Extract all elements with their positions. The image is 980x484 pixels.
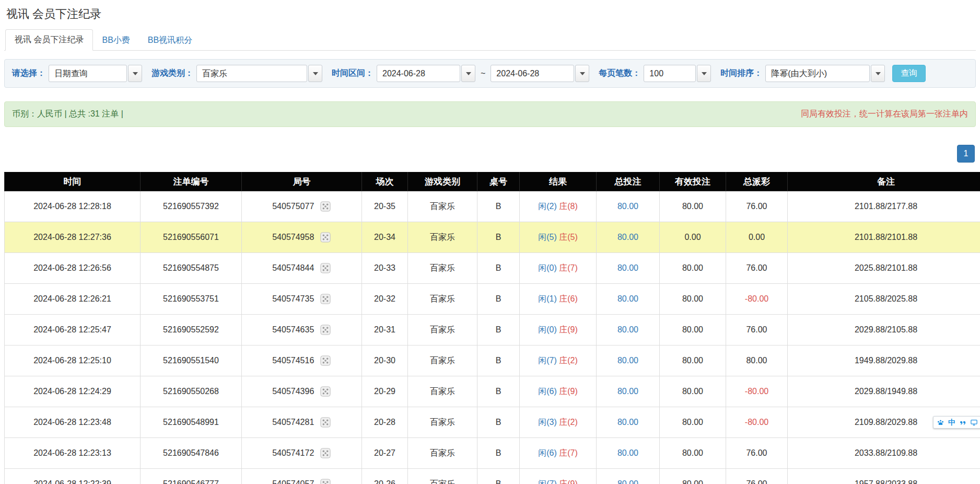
cell-session: 20-34 xyxy=(362,222,408,253)
query-type-value[interactable]: 日期查询 xyxy=(49,65,127,82)
cell-result: 闲(3) 庄(2) xyxy=(520,407,597,438)
cell-valid-bet: 0.00 xyxy=(660,222,726,253)
total-bet-link[interactable]: 80.00 xyxy=(617,263,638,272)
cell-game-type: 百家乐 xyxy=(408,315,477,345)
page-size-value[interactable]: 100 xyxy=(644,65,696,82)
chevron-down-icon[interactable] xyxy=(871,65,885,82)
date-from-value[interactable]: 2024-06-28 xyxy=(377,65,460,82)
header-table-no: 桌号 xyxy=(477,172,520,191)
monitor-icon[interactable] xyxy=(970,419,978,427)
result-banker: 庄(6) xyxy=(559,294,578,303)
dice-replay-icon[interactable] xyxy=(320,386,331,397)
dice-replay-icon[interactable] xyxy=(320,355,331,366)
cell-time: 2024-06-28 12:25:10 xyxy=(5,345,141,376)
cell-session: 20-32 xyxy=(362,284,408,315)
date-from-select[interactable]: 2024-06-28 xyxy=(377,65,475,82)
result-player: 闲(1) xyxy=(538,294,557,303)
result-banker: 庄(9) xyxy=(559,387,578,396)
time-sort-select[interactable]: 降幂(由大到小) xyxy=(765,65,885,82)
date-range-separator: ~ xyxy=(481,69,485,78)
translate-zhong-icon[interactable]: 中 xyxy=(948,418,955,427)
cell-table-no: B xyxy=(477,407,520,438)
cell-table-no: B xyxy=(477,315,520,345)
chevron-down-icon[interactable] xyxy=(461,65,475,82)
cell-game-type: 百家乐 xyxy=(408,376,477,407)
dice-replay-icon[interactable] xyxy=(320,262,331,274)
tab-bb-video-points[interactable]: BB视讯积分 xyxy=(139,30,201,51)
cell-payout: 76.00 xyxy=(726,191,788,222)
result-player: 闲(7) xyxy=(538,356,557,365)
cell-bet-id: 521690546777 xyxy=(141,469,242,484)
page-size-label: 每页笔数： xyxy=(599,68,640,79)
total-bet-link[interactable]: 80.00 xyxy=(617,233,638,241)
cell-remark: 2109.88/2029.88 中 xyxy=(788,407,980,438)
records-table-wrap: 时间 注单编号 局号 场次 游戏类别 桌号 结果 总投注 有效投注 总派彩 备注… xyxy=(4,172,976,484)
paw-icon[interactable] xyxy=(937,419,944,427)
total-bet-link[interactable]: 80.00 xyxy=(617,479,638,484)
total-bet-link[interactable]: 80.00 xyxy=(617,356,638,365)
total-bet-link[interactable]: 80.00 xyxy=(617,325,638,334)
cell-remark: 2025.88/2101.88 xyxy=(788,253,980,284)
table-row: 2024-06-28 12:25:10 521690551540 5405745… xyxy=(5,345,980,376)
cell-remark: 1949.88/2029.88 xyxy=(788,345,980,376)
cell-round-id: 540574958 xyxy=(242,222,362,253)
dice-replay-icon[interactable] xyxy=(320,201,331,212)
query-type-select[interactable]: 日期查询 xyxy=(49,65,142,82)
dice-replay-icon[interactable] xyxy=(320,324,331,336)
cell-table-no: B xyxy=(477,191,520,222)
game-type-select[interactable]: 百家乐 xyxy=(196,65,322,82)
remark-text: 2033.88/2109.88 xyxy=(855,448,917,457)
chevron-down-icon[interactable] xyxy=(697,65,711,82)
cell-game-type: 百家乐 xyxy=(408,191,477,222)
dice-replay-icon[interactable] xyxy=(320,447,331,459)
cell-round-id: 540574735 xyxy=(242,284,362,315)
cell-payout: 76.00 xyxy=(726,315,788,345)
tab-bb-tips[interactable]: BB小费 xyxy=(93,30,138,51)
chevron-down-icon[interactable] xyxy=(308,65,322,82)
total-bet-link[interactable]: 80.00 xyxy=(617,418,638,427)
total-bet-link[interactable]: 80.00 xyxy=(617,202,638,211)
tab-betting-records[interactable]: 视讯 会员下注纪录 xyxy=(5,29,93,51)
cell-round-id: 540575077 xyxy=(242,191,362,222)
date-to-value[interactable]: 2024-06-28 xyxy=(491,65,574,82)
chevron-down-icon[interactable] xyxy=(575,65,589,82)
dice-replay-icon[interactable] xyxy=(320,478,331,484)
cell-result: 闲(6) 庄(7) xyxy=(520,438,597,469)
cell-session: 20-30 xyxy=(362,345,408,376)
cell-total-bet: 80.00 xyxy=(597,376,660,407)
result-banker: 庄(8) xyxy=(559,202,578,211)
query-type-label: 请选择： xyxy=(12,68,45,79)
page-1-button[interactable]: 1 xyxy=(957,145,975,163)
table-row: 2024-06-28 12:27:36 521690556071 5405749… xyxy=(5,222,980,253)
quote-icon[interactable] xyxy=(959,419,966,426)
dice-replay-icon[interactable] xyxy=(320,293,331,305)
result-player: 闲(7) xyxy=(538,479,557,484)
time-sort-label: 时间排序： xyxy=(720,68,762,79)
cell-total-bet: 80.00 xyxy=(597,407,660,438)
result-player: 闲(2) xyxy=(538,202,557,211)
currency-total-text: 币别：人民币 | 总共 :31 注单 | xyxy=(12,109,123,120)
extension-toolbar[interactable]: 中 xyxy=(933,416,980,429)
header-total-bet: 总投注 xyxy=(597,172,660,191)
cell-total-bet: 80.00 xyxy=(597,284,660,315)
total-bet-link[interactable]: 80.00 xyxy=(617,294,638,303)
search-button[interactable]: 查询 xyxy=(892,65,926,82)
total-bet-link[interactable]: 80.00 xyxy=(617,387,638,396)
date-to-select[interactable]: 2024-06-28 xyxy=(491,65,589,82)
dice-replay-icon[interactable] xyxy=(320,417,331,428)
cell-valid-bet: 80.00 xyxy=(660,438,726,469)
dice-replay-icon[interactable] xyxy=(320,232,331,243)
total-bet-link[interactable]: 80.00 xyxy=(617,448,638,457)
result-banker: 庄(5) xyxy=(559,233,578,241)
cell-time: 2024-06-28 12:25:47 xyxy=(5,315,141,345)
header-session: 场次 xyxy=(362,172,408,191)
filter-bar: 请选择： 日期查询 游戏类别： 百家乐 时间区间： 2024-06-28 ~ 2… xyxy=(4,59,976,88)
chevron-down-icon[interactable] xyxy=(128,65,142,82)
remark-text: 2029.88/2105.88 xyxy=(855,325,917,334)
cell-bet-id: 521690547846 xyxy=(141,438,242,469)
game-type-value[interactable]: 百家乐 xyxy=(196,65,307,82)
time-sort-value[interactable]: 降幂(由大到小) xyxy=(765,65,870,82)
page-size-select[interactable]: 100 xyxy=(644,65,711,82)
cell-remark: 2029.88/1949.88 xyxy=(788,376,980,407)
cell-remark: 1957.88/2033.88 xyxy=(788,469,980,484)
